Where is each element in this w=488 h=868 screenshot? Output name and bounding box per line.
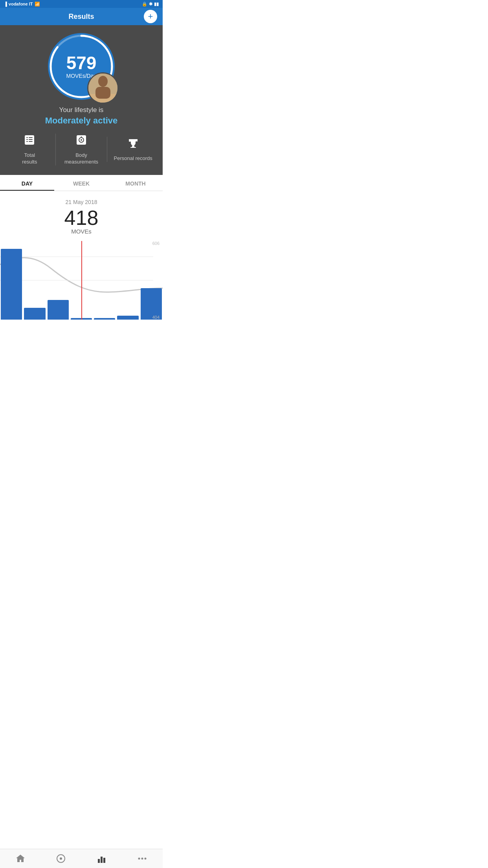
chart-unit: MOVEs — [0, 228, 163, 235]
avatar-image — [88, 74, 117, 103]
bar-1 — [1, 249, 22, 320]
svg-point-4 — [98, 76, 108, 87]
lifestyle-value: Moderately active — [45, 116, 118, 126]
moves-circle: 579 MOVEs/Day — [48, 33, 115, 100]
body-measurements-label: Bodymeasurements — [64, 152, 98, 166]
y-label-bottom: 404 — [152, 315, 160, 320]
nav-title: Results — [68, 13, 94, 21]
lifestyle-label: Your lifestyle is — [59, 106, 104, 114]
svg-rect-12 — [29, 141, 33, 142]
svg-rect-7 — [26, 137, 28, 138]
svg-rect-10 — [29, 139, 33, 140]
chart-section: 21 May 2018 418 MOVEs 606 404 — [0, 191, 163, 320]
status-right: 🔒 ✱ ▮▮ — [142, 2, 159, 7]
nav-bar: Results + — [0, 8, 163, 25]
total-results-item[interactable]: Totalresults — [4, 134, 55, 166]
scale-icon — [75, 134, 88, 149]
hero-icons: Totalresults Bodymeasurements — [0, 134, 163, 166]
lock-icon: 🔒 — [142, 2, 147, 7]
svg-rect-9 — [26, 139, 28, 140]
status-left: ▐ vodafone IT 📶 — [4, 2, 40, 7]
personal-records-item[interactable]: Personal records — [107, 137, 159, 162]
hero-section: 579 MOVEs/Day Your lifestyle is Moderate… — [0, 25, 163, 175]
wifi-icon: 📶 — [35, 2, 40, 7]
chart-indicator-line — [81, 241, 82, 320]
svg-rect-5 — [95, 87, 110, 99]
svg-rect-11 — [26, 141, 28, 142]
svg-rect-18 — [130, 147, 136, 148]
tab-day[interactable]: DAY — [0, 175, 54, 191]
bar-6 — [117, 316, 138, 320]
avatar — [87, 72, 119, 104]
status-bar: ▐ vodafone IT 📶 18:06 🔒 ✱ ▮▮ — [0, 0, 163, 8]
y-axis-labels: 606 404 — [152, 241, 160, 320]
chart-area[interactable]: 606 404 — [0, 241, 163, 320]
chart-value: 418 — [0, 208, 163, 228]
total-results-label: Totalresults — [22, 152, 37, 166]
list-icon — [23, 134, 36, 149]
chart-date: 21 May 2018 — [0, 199, 163, 205]
tab-month[interactable]: MONTH — [108, 175, 163, 191]
carrier-label: vodafone IT — [9, 2, 33, 6]
tab-week[interactable]: WEEK — [54, 175, 108, 191]
signal-icon: ▐ — [4, 2, 7, 6]
personal-records-label: Personal records — [114, 155, 152, 162]
svg-point-15 — [81, 139, 82, 141]
trophy-icon — [127, 137, 139, 152]
y-label-top: 606 — [152, 241, 160, 246]
add-button[interactable]: + — [144, 10, 157, 23]
bluetooth-icon: ✱ — [149, 2, 152, 7]
bar-3 — [48, 300, 69, 320]
time-tabs: DAY WEEK MONTH — [0, 175, 163, 191]
svg-rect-8 — [29, 137, 33, 138]
body-measurements-item[interactable]: Bodymeasurements — [55, 134, 107, 166]
battery-icon: ▮▮ — [154, 2, 159, 7]
bar-2 — [24, 308, 45, 320]
bar-5 — [94, 318, 115, 320]
svg-rect-17 — [132, 145, 134, 147]
